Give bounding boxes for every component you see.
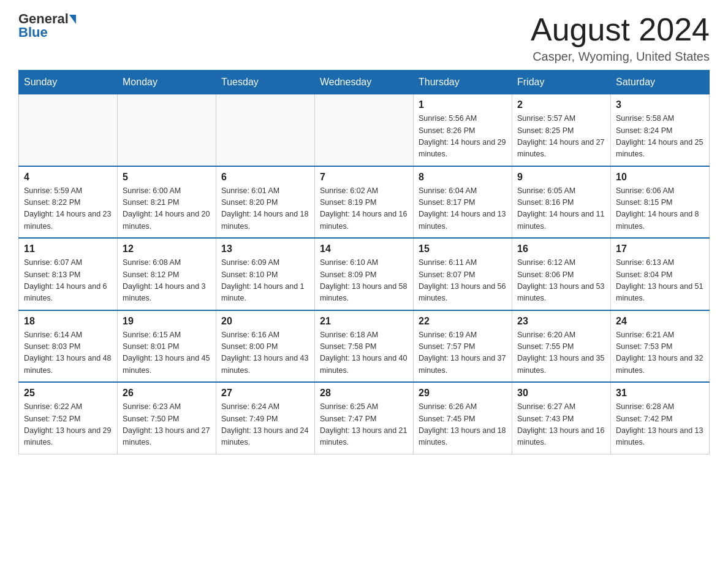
- day-info: Sunrise: 6:24 AMSunset: 7:49 PMDaylight:…: [221, 401, 309, 449]
- calendar-header-row: SundayMondayTuesdayWednesdayThursdayFrid…: [19, 71, 710, 94]
- day-info: Sunrise: 6:18 AMSunset: 7:58 PMDaylight:…: [320, 329, 408, 377]
- calendar-day-cell: 10Sunrise: 6:06 AMSunset: 8:15 PMDayligh…: [611, 166, 710, 239]
- calendar-day-cell: 25Sunrise: 6:22 AMSunset: 7:52 PMDayligh…: [19, 382, 118, 454]
- logo-general: General: [18, 12, 69, 26]
- calendar-day-cell: 24Sunrise: 6:21 AMSunset: 7:53 PMDayligh…: [611, 310, 710, 383]
- header-saturday: Saturday: [611, 71, 710, 94]
- calendar-day-cell: 12Sunrise: 6:08 AMSunset: 8:12 PMDayligh…: [118, 238, 216, 310]
- calendar-day-cell: 16Sunrise: 6:12 AMSunset: 8:06 PMDayligh…: [512, 238, 611, 310]
- day-number: 4: [24, 172, 112, 183]
- day-number: 11: [24, 243, 112, 255]
- calendar-day-cell: 6Sunrise: 6:01 AMSunset: 8:20 PMDaylight…: [216, 166, 315, 239]
- location-subtitle: Casper, Wyoming, United States: [531, 50, 710, 64]
- day-info: Sunrise: 6:14 AMSunset: 8:03 PMDaylight:…: [24, 329, 112, 377]
- calendar-day-cell: 3Sunrise: 5:58 AMSunset: 8:24 PMDaylight…: [611, 94, 710, 166]
- calendar-day-cell: 17Sunrise: 6:13 AMSunset: 8:04 PMDayligh…: [611, 238, 710, 310]
- day-info: Sunrise: 5:58 AMSunset: 8:24 PMDaylight:…: [616, 113, 704, 161]
- calendar-day-cell: 23Sunrise: 6:20 AMSunset: 7:55 PMDayligh…: [512, 310, 611, 383]
- day-number: 22: [419, 316, 507, 327]
- day-info: Sunrise: 6:16 AMSunset: 8:00 PMDaylight:…: [221, 329, 309, 377]
- header-friday: Friday: [512, 71, 611, 94]
- calendar-day-cell: 5Sunrise: 6:00 AMSunset: 8:21 PMDaylight…: [118, 166, 216, 239]
- day-number: 12: [123, 243, 211, 255]
- calendar-day-cell: 7Sunrise: 6:02 AMSunset: 8:19 PMDaylight…: [315, 166, 414, 239]
- header-thursday: Thursday: [414, 71, 512, 94]
- day-number: 9: [517, 172, 605, 183]
- calendar-week-row: 1Sunrise: 5:56 AMSunset: 8:26 PMDaylight…: [19, 94, 710, 166]
- day-number: 5: [123, 172, 211, 183]
- calendar-day-cell: 27Sunrise: 6:24 AMSunset: 7:49 PMDayligh…: [216, 382, 315, 454]
- day-number: 26: [123, 388, 211, 399]
- day-number: 14: [320, 243, 408, 255]
- header-wednesday: Wednesday: [315, 71, 414, 94]
- calendar-week-row: 4Sunrise: 5:59 AMSunset: 8:22 PMDaylight…: [19, 166, 710, 239]
- day-number: 30: [517, 388, 605, 399]
- day-info: Sunrise: 6:13 AMSunset: 8:04 PMDaylight:…: [616, 257, 704, 305]
- day-number: 6: [221, 172, 309, 183]
- calendar-day-cell: 18Sunrise: 6:14 AMSunset: 8:03 PMDayligh…: [19, 310, 118, 383]
- day-info: Sunrise: 6:23 AMSunset: 7:50 PMDaylight:…: [123, 401, 211, 449]
- day-info: Sunrise: 6:06 AMSunset: 8:15 PMDaylight:…: [616, 185, 704, 233]
- calendar-day-cell: 4Sunrise: 5:59 AMSunset: 8:22 PMDaylight…: [19, 166, 118, 239]
- day-number: 3: [616, 99, 704, 110]
- day-number: 21: [320, 316, 408, 327]
- day-info: Sunrise: 6:05 AMSunset: 8:16 PMDaylight:…: [517, 185, 605, 233]
- day-number: 31: [616, 388, 704, 399]
- day-info: Sunrise: 6:20 AMSunset: 7:55 PMDaylight:…: [517, 329, 605, 377]
- day-number: 15: [419, 243, 507, 255]
- day-number: 23: [517, 316, 605, 327]
- calendar-day-cell: 22Sunrise: 6:19 AMSunset: 7:57 PMDayligh…: [414, 310, 512, 383]
- day-info: Sunrise: 6:25 AMSunset: 7:47 PMDaylight:…: [320, 401, 408, 449]
- day-info: Sunrise: 6:11 AMSunset: 8:07 PMDaylight:…: [419, 257, 507, 305]
- day-number: 19: [123, 316, 211, 327]
- logo-blue: Blue: [18, 25, 48, 40]
- day-info: Sunrise: 5:56 AMSunset: 8:26 PMDaylight:…: [419, 113, 507, 161]
- calendar-day-cell: 30Sunrise: 6:27 AMSunset: 7:43 PMDayligh…: [512, 382, 611, 454]
- logo: General Blue: [18, 12, 76, 40]
- day-number: 18: [24, 316, 112, 327]
- day-number: 16: [517, 243, 605, 255]
- calendar-day-cell: 9Sunrise: 6:05 AMSunset: 8:16 PMDaylight…: [512, 166, 611, 239]
- day-info: Sunrise: 5:57 AMSunset: 8:25 PMDaylight:…: [517, 113, 605, 161]
- calendar-day-cell: [19, 94, 118, 166]
- day-info: Sunrise: 6:04 AMSunset: 8:17 PMDaylight:…: [419, 185, 507, 233]
- calendar-day-cell: 29Sunrise: 6:26 AMSunset: 7:45 PMDayligh…: [414, 382, 512, 454]
- logo-triangle-icon: [69, 15, 76, 24]
- day-number: 10: [616, 172, 704, 183]
- calendar-week-row: 25Sunrise: 6:22 AMSunset: 7:52 PMDayligh…: [19, 382, 710, 454]
- calendar-day-cell: 2Sunrise: 5:57 AMSunset: 8:25 PMDaylight…: [512, 94, 611, 166]
- day-number: 27: [221, 388, 309, 399]
- calendar-day-cell: 21Sunrise: 6:18 AMSunset: 7:58 PMDayligh…: [315, 310, 414, 383]
- day-number: 29: [419, 388, 507, 399]
- day-info: Sunrise: 6:10 AMSunset: 8:09 PMDaylight:…: [320, 257, 408, 305]
- day-number: 28: [320, 388, 408, 399]
- calendar-day-cell: 19Sunrise: 6:15 AMSunset: 8:01 PMDayligh…: [118, 310, 216, 383]
- calendar-day-cell: 31Sunrise: 6:28 AMSunset: 7:42 PMDayligh…: [611, 382, 710, 454]
- day-number: 20: [221, 316, 309, 327]
- day-info: Sunrise: 6:15 AMSunset: 8:01 PMDaylight:…: [123, 329, 211, 377]
- day-info: Sunrise: 6:00 AMSunset: 8:21 PMDaylight:…: [123, 185, 211, 233]
- day-number: 7: [320, 172, 408, 183]
- day-number: 8: [419, 172, 507, 183]
- day-number: 17: [616, 243, 704, 255]
- header-tuesday: Tuesday: [216, 71, 315, 94]
- calendar-day-cell: 13Sunrise: 6:09 AMSunset: 8:10 PMDayligh…: [216, 238, 315, 310]
- calendar-day-cell: 14Sunrise: 6:10 AMSunset: 8:09 PMDayligh…: [315, 238, 414, 310]
- day-info: Sunrise: 6:28 AMSunset: 7:42 PMDaylight:…: [616, 401, 704, 449]
- day-info: Sunrise: 6:01 AMSunset: 8:20 PMDaylight:…: [221, 185, 309, 233]
- day-info: Sunrise: 6:09 AMSunset: 8:10 PMDaylight:…: [221, 257, 309, 305]
- header-monday: Monday: [118, 71, 216, 94]
- day-info: Sunrise: 6:21 AMSunset: 7:53 PMDaylight:…: [616, 329, 704, 377]
- day-number: 24: [616, 316, 704, 327]
- day-number: 1: [419, 99, 507, 110]
- month-year-title: August 2024: [531, 12, 710, 47]
- day-number: 25: [24, 388, 112, 399]
- day-info: Sunrise: 6:08 AMSunset: 8:12 PMDaylight:…: [123, 257, 211, 305]
- calendar-day-cell: 11Sunrise: 6:07 AMSunset: 8:13 PMDayligh…: [19, 238, 118, 310]
- calendar-day-cell: [216, 94, 315, 166]
- header-sunday: Sunday: [19, 71, 118, 94]
- calendar-day-cell: 26Sunrise: 6:23 AMSunset: 7:50 PMDayligh…: [118, 382, 216, 454]
- day-info: Sunrise: 6:27 AMSunset: 7:43 PMDaylight:…: [517, 401, 605, 449]
- calendar-day-cell: 28Sunrise: 6:25 AMSunset: 7:47 PMDayligh…: [315, 382, 414, 454]
- calendar-day-cell: [118, 94, 216, 166]
